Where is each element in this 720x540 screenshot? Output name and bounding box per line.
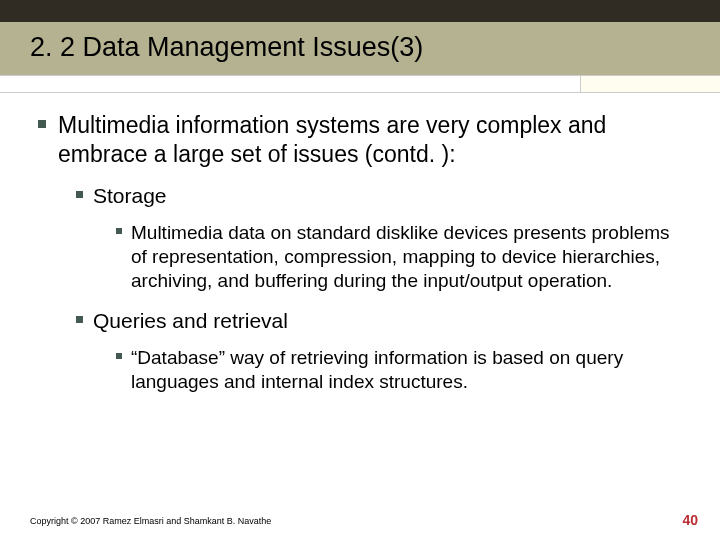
list-item: “Database” way of retrieving information…: [116, 346, 690, 395]
top-decor-bar: [0, 0, 720, 22]
list-item: Multimedia information systems are very …: [38, 111, 690, 169]
copyright-text: Copyright © 2007 Ramez Elmasri and Shamk…: [30, 516, 271, 526]
list-item: Queries and retrieval: [76, 308, 690, 334]
subheading-text: Storage: [93, 183, 167, 209]
under-band: [0, 75, 720, 93]
detail-text: Multimedia data on standard disklike dev…: [131, 221, 690, 294]
slide-title: 2. 2 Data Management Issues(3): [30, 32, 690, 63]
subheading-text: Queries and retrieval: [93, 308, 288, 334]
detail-text: “Database” way of retrieving information…: [131, 346, 690, 395]
square-bullet-icon: [76, 316, 83, 323]
under-band-accent: [580, 76, 720, 92]
main-point-text: Multimedia information systems are very …: [58, 111, 690, 169]
square-bullet-icon: [116, 228, 122, 234]
page-number: 40: [682, 512, 698, 528]
list-item: Multimedia data on standard disklike dev…: [116, 221, 690, 294]
square-bullet-icon: [76, 191, 83, 198]
square-bullet-icon: [116, 353, 122, 359]
square-bullet-icon: [38, 120, 46, 128]
title-band: 2. 2 Data Management Issues(3): [0, 22, 720, 75]
slide-content: Multimedia information systems are very …: [0, 93, 720, 395]
list-item: Storage: [76, 183, 690, 209]
